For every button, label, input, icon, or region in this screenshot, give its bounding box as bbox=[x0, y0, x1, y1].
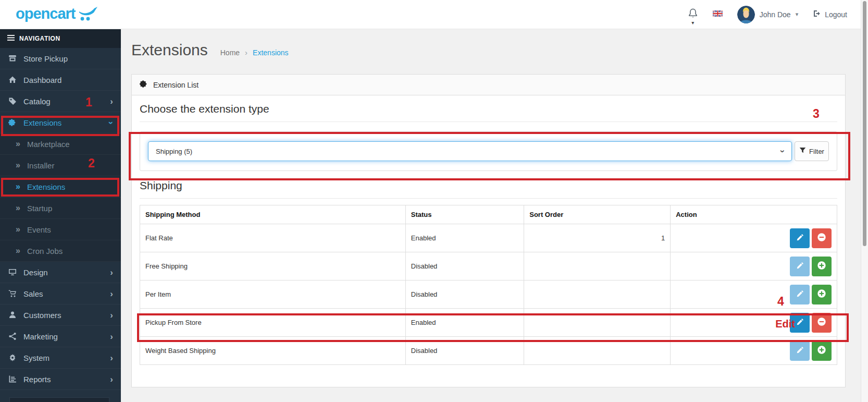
sidebar-item-sales[interactable]: Sales › bbox=[0, 283, 121, 304]
edit-pickup-from-store-button[interactable] bbox=[790, 313, 810, 333]
sidebar-item-design[interactable]: Design › bbox=[0, 262, 121, 283]
sidebar-item-label: Sales bbox=[23, 289, 43, 298]
sidebar-item-label: Catalog bbox=[23, 97, 51, 106]
logout-icon bbox=[813, 9, 821, 19]
language-button[interactable] bbox=[713, 10, 723, 18]
sidebar-item-dashboard[interactable]: Dashboard bbox=[0, 69, 121, 91]
sidebar-item-catalog[interactable]: Catalog › bbox=[0, 91, 121, 112]
notifications-button[interactable]: ▾ bbox=[688, 8, 698, 21]
method-cell: Free Shipping bbox=[140, 252, 406, 281]
panel-body: Choose the extension type Shipping (5) ›… bbox=[132, 103, 845, 374]
col-action: Action bbox=[671, 205, 837, 224]
plus-circle-icon bbox=[816, 344, 827, 357]
col-shipping-method: Shipping Method bbox=[140, 205, 406, 224]
sidebar-item-label: Extensions bbox=[27, 182, 65, 191]
sort-order-cell bbox=[524, 309, 671, 337]
extension-type-select[interactable]: Shipping (5) › bbox=[148, 141, 792, 161]
minus-circle-icon bbox=[816, 316, 827, 329]
breadcrumb-home-link[interactable]: Home bbox=[220, 48, 240, 57]
filter-label: Filter bbox=[809, 148, 824, 155]
status-cell: Disabled bbox=[405, 337, 524, 365]
edit-button[interactable] bbox=[790, 228, 810, 248]
sidebar-item-marketing[interactable]: Marketing › bbox=[0, 326, 121, 347]
status-cell: Enabled bbox=[405, 309, 524, 337]
chevron-down-icon: › bbox=[777, 150, 788, 153]
sidebar-item-events[interactable]: » Events bbox=[0, 219, 121, 240]
logout-button[interactable]: Logout bbox=[813, 9, 847, 19]
status-cell: Disabled bbox=[405, 252, 524, 281]
scrollbar-thumb[interactable] bbox=[863, 1, 866, 246]
uninstall-button[interactable] bbox=[812, 313, 832, 333]
user-menu[interactable]: John Doe ▾ bbox=[737, 6, 798, 23]
scrollbar-track[interactable] bbox=[861, 0, 868, 402]
sidebar-item-store-pickup[interactable]: Store Pickup bbox=[0, 48, 121, 69]
edit-button-disabled[interactable] bbox=[790, 257, 810, 276]
sidebar-item-cron-jobs[interactable]: » Cron Jobs bbox=[0, 240, 121, 262]
edit-button-disabled[interactable] bbox=[790, 341, 810, 361]
sidebar-navigation-header: NAVIGATION bbox=[0, 29, 121, 48]
selected-extension-type: Shipping (5) bbox=[156, 148, 192, 155]
panel-heading: Extension List bbox=[132, 75, 845, 95]
sidebar-item-label: System bbox=[23, 354, 49, 362]
sidebar-item-label: Startup bbox=[27, 204, 52, 213]
install-button[interactable] bbox=[812, 341, 832, 361]
sidebar-item-customers[interactable]: Customers › bbox=[0, 304, 121, 326]
filter-funnel-icon bbox=[799, 147, 806, 155]
extension-list-panel: Extension List Choose the extension type… bbox=[131, 74, 846, 387]
col-sort-order: Sort Order bbox=[524, 205, 671, 224]
avatar bbox=[737, 6, 755, 23]
method-cell: Flat Rate bbox=[140, 224, 406, 252]
share-icon bbox=[8, 332, 17, 340]
monitor-icon bbox=[8, 268, 17, 276]
chevron-right-icon: › bbox=[110, 311, 113, 320]
page-title: Extensions bbox=[131, 40, 208, 60]
table-row-pickup-from-store: Pickup From Store Enabled bbox=[140, 309, 837, 337]
sidebar-item-label: Installer bbox=[27, 161, 55, 170]
install-button[interactable] bbox=[812, 285, 832, 304]
choose-extension-type-heading: Choose the extension type bbox=[140, 103, 837, 122]
chevron-right-icon: › bbox=[110, 354, 113, 362]
uninstall-button[interactable] bbox=[812, 228, 832, 248]
tag-icon bbox=[8, 97, 17, 105]
method-cell: Pickup From Store bbox=[140, 309, 406, 337]
sidebar-item-label: Marketplace bbox=[27, 140, 70, 149]
sidebar-item-marketplace[interactable]: » Marketplace bbox=[0, 133, 121, 155]
sidebar-item-reports[interactable]: Reports › bbox=[0, 369, 121, 390]
shipping-heading: Shipping bbox=[140, 179, 837, 199]
chevron-right-icon: › bbox=[110, 97, 113, 106]
caret-down-icon: ▾ bbox=[691, 20, 694, 26]
sort-order-cell bbox=[524, 281, 671, 309]
minus-circle-icon bbox=[816, 232, 827, 245]
puzzle-icon bbox=[8, 118, 17, 127]
sidebar-item-startup[interactable]: » Startup bbox=[0, 198, 121, 219]
sort-order-cell bbox=[524, 252, 671, 281]
sidebar-item-label: Customers bbox=[23, 311, 61, 320]
pencil-icon bbox=[796, 346, 804, 356]
shipping-extensions-table: Shipping Method Status Sort Order Action… bbox=[140, 205, 837, 365]
pencil-icon bbox=[796, 318, 804, 327]
main-content: Extensions Home › Extensions Extension L… bbox=[121, 29, 861, 402]
sort-order-cell: 1 bbox=[524, 224, 671, 252]
edit-button-disabled[interactable] bbox=[790, 285, 810, 304]
caret-down-icon: ▾ bbox=[796, 11, 799, 18]
panel-title: Extension List bbox=[153, 81, 199, 89]
chevron-right-icon: › bbox=[110, 289, 113, 298]
opencart-logo[interactable]: opencart bbox=[16, 6, 99, 23]
double-chevron-icon: » bbox=[16, 182, 20, 191]
sidebar-item-extensions[interactable]: Extensions › bbox=[0, 112, 121, 133]
sidebar-item-system[interactable]: System › bbox=[0, 347, 121, 369]
chevron-right-icon: › bbox=[110, 332, 113, 341]
opencart-cart-icon bbox=[78, 6, 99, 23]
double-chevron-icon: » bbox=[16, 161, 20, 169]
user-name: John Doe bbox=[760, 10, 791, 19]
method-cell: Per Item bbox=[140, 281, 406, 309]
filter-button[interactable]: Filter bbox=[795, 141, 829, 161]
storefront-icon bbox=[8, 54, 17, 63]
sort-order-cell bbox=[524, 337, 671, 365]
top-bar: opencart ▾ bbox=[0, 0, 868, 29]
sidebar-item-installer[interactable]: » Installer bbox=[0, 155, 121, 176]
breadcrumb-separator-icon: › bbox=[245, 48, 247, 57]
breadcrumb-extensions-link[interactable]: Extensions bbox=[253, 48, 288, 57]
install-button[interactable] bbox=[812, 257, 832, 276]
sidebar-item-extensions-sub[interactable]: » Extensions bbox=[0, 176, 121, 198]
